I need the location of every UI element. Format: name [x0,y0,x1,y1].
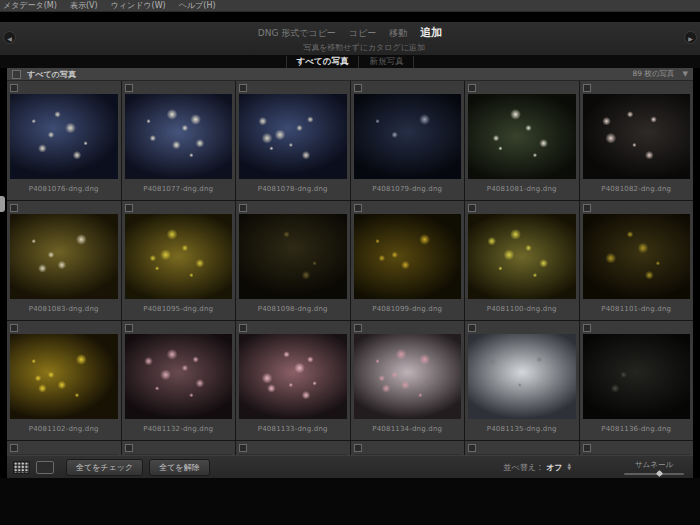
photo-cell[interactable]: P4081076-dng.dng [7,81,121,200]
photo-checkbox[interactable] [125,204,133,212]
thumbnail-slider[interactable] [624,473,684,475]
collapse-left-panel-button[interactable]: ◀ [3,31,16,44]
sort-stepper-icon[interactable]: ▲▼ [568,463,571,470]
photo-checkbox[interactable] [239,84,247,92]
photo-cell[interactable]: P4081101-dng.dng [580,201,694,320]
photo-checkbox[interactable] [468,204,476,212]
photo-thumbnail[interactable] [239,94,347,179]
photo-cell[interactable]: P4081095-dng.dng [122,201,236,320]
photo-cell[interactable]: P4081133-dng.dng [236,321,350,440]
collapse-right-panel-button[interactable]: ▶ [684,31,697,44]
sort-value[interactable]: オフ [546,462,562,473]
uncheck-all-button[interactable]: 全てを解除 [149,459,209,476]
photo-thumbnail[interactable] [468,94,576,179]
photo-cell[interactable]: P4081102-dng.dng [7,321,121,440]
thumbnail-slider-handle[interactable] [656,469,663,476]
photo-checkbox[interactable] [354,204,362,212]
check-all-button[interactable]: 全てをチェック [66,459,143,476]
sort-label: 並べ替え : [504,462,542,473]
photo-cell[interactable]: P4081078-dng.dng [236,81,350,200]
photo-cell[interactable] [236,441,350,455]
photo-checkbox[interactable] [583,204,591,212]
photo-cell[interactable]: P4081077-dng.dng [122,81,236,200]
sort-control[interactable]: 並べ替え : オフ ▲▼ [504,462,571,473]
photo-checkbox[interactable] [239,444,247,452]
photo-cell[interactable] [351,441,465,455]
photo-cell[interactable] [580,441,694,455]
photo-thumbnail[interactable] [125,214,233,299]
photo-thumbnail[interactable] [468,214,576,299]
group-title: すべての写真 [27,69,76,80]
import-mode-subtitle: 写真を移動せずにカタログに追加 [303,42,425,53]
photo-checkbox[interactable] [354,444,362,452]
photo-cell[interactable]: P4081081-dng.dng [465,81,579,200]
photo-filename: P4081095-dng.dng [122,305,236,313]
photo-cell[interactable]: P4081079-dng.dng [351,81,465,200]
photo-thumbnail[interactable] [583,214,691,299]
photo-thumbnail[interactable] [125,334,233,419]
photo-thumbnail[interactable] [583,94,691,179]
photo-checkbox[interactable] [125,84,133,92]
photo-cell[interactable]: P4081098-dng.dng [236,201,350,320]
photo-thumbnail[interactable] [239,334,347,419]
photo-thumbnail[interactable] [10,214,118,299]
photo-cell[interactable]: P4081082-dng.dng [580,81,694,200]
photo-cell[interactable]: P4081134-dng.dng [351,321,465,440]
photo-checkbox[interactable] [239,324,247,332]
import-mode-option[interactable]: DNG 形式でコピー [258,27,336,40]
photo-checkbox[interactable] [125,444,133,452]
import-mode-option[interactable]: コピー [349,27,376,40]
photo-thumbnail[interactable] [583,334,691,419]
photo-thumbnail[interactable] [239,214,347,299]
photo-checkbox[interactable] [583,84,591,92]
photo-checkbox[interactable] [583,324,591,332]
photo-checkbox[interactable] [10,444,18,452]
grid-view-icon[interactable] [13,461,30,474]
import-mode-option[interactable]: 追加 [420,25,442,40]
photo-checkbox[interactable] [10,84,18,92]
photo-checkbox[interactable] [10,324,18,332]
photo-cell[interactable]: P4081135-dng.dng [465,321,579,440]
photo-checkbox[interactable] [354,324,362,332]
photo-thumbnail[interactable] [354,214,462,299]
photo-thumbnail[interactable] [10,334,118,419]
photo-checkbox[interactable] [125,324,133,332]
menu-item[interactable]: ヘルプ(H) [179,0,216,11]
photo-cell[interactable]: P4081136-dng.dng [580,321,694,440]
show-left-panel-tab[interactable] [0,196,5,212]
tab-all-photos[interactable]: すべての写真 [286,56,359,68]
loupe-view-icon[interactable] [36,461,54,474]
photo-checkbox[interactable] [468,444,476,452]
photo-checkbox[interactable] [10,204,18,212]
photo-thumbnail[interactable] [468,334,576,419]
photo-cell[interactable]: P4081099-dng.dng [351,201,465,320]
photo-checkbox[interactable] [583,444,591,452]
photo-filename: P4081083-dng.dng [7,305,121,313]
photo-cell[interactable] [122,441,236,455]
photo-filename: P4081102-dng.dng [7,425,121,433]
photo-thumbnail[interactable] [125,94,233,179]
photo-cell[interactable]: P4081100-dng.dng [465,201,579,320]
photo-cell[interactable]: P4081132-dng.dng [122,321,236,440]
photo-filename: P4081132-dng.dng [122,425,236,433]
photo-checkbox[interactable] [468,324,476,332]
group-checkbox[interactable] [12,70,21,79]
menu-item[interactable]: 表示(V) [70,0,98,11]
photo-checkbox[interactable] [468,84,476,92]
menu-item[interactable]: メタデータ(M) [3,0,57,11]
group-header-bar[interactable]: すべての写真 89 枚の写真 ▼ [7,68,693,81]
tab-new-photos[interactable]: 新規写真 [358,56,414,68]
photo-cell[interactable]: P4081083-dng.dng [7,201,121,320]
photo-thumbnail[interactable] [354,334,462,419]
import-mode-option[interactable]: 移動 [389,27,407,40]
photo-cell[interactable] [7,441,121,455]
collapse-group-icon[interactable]: ▼ [683,70,688,78]
photo-thumbnail[interactable] [10,94,118,179]
photo-filename: P4081101-dng.dng [580,305,694,313]
photo-filename: P4081136-dng.dng [580,425,694,433]
photo-thumbnail[interactable] [354,94,462,179]
photo-cell[interactable] [465,441,579,455]
photo-checkbox[interactable] [239,204,247,212]
photo-checkbox[interactable] [354,84,362,92]
menu-item[interactable]: ウィンドウ(W) [111,0,166,11]
